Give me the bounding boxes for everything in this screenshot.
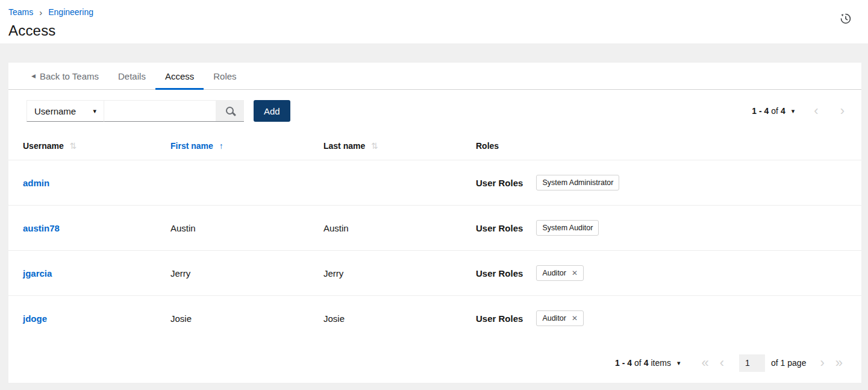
page-count-label: of 1 page — [771, 358, 806, 368]
roles-cell: User Roles System Auditor — [476, 220, 861, 236]
column-label: Last name — [323, 141, 365, 151]
first-name-cell: Jerry — [170, 268, 323, 278]
roles-cell: User Roles Auditor ✕ — [476, 310, 861, 326]
column-label: First name — [170, 141, 213, 151]
bottom-pagination-items: items — [651, 358, 670, 368]
role-chip-label: Auditor — [542, 269, 566, 277]
last-name-cell: Josie — [323, 313, 476, 324]
table-row: admin User Roles System Administrator — [8, 160, 861, 205]
first-page-button[interactable]: « — [696, 356, 714, 370]
role-chip: Auditor ✕ — [536, 310, 584, 326]
search-input[interactable] — [104, 100, 216, 122]
bottom-pagination-total: 4 — [644, 358, 649, 368]
username-link[interactable]: admin — [23, 178, 170, 188]
top-pagination-range: 1 - 4 — [752, 106, 769, 116]
role-chip-label: Auditor — [542, 314, 566, 322]
last-name-cell: Jerry — [323, 268, 476, 278]
page-header: Teams › Engineering Access — [0, 0, 868, 43]
page-title: Access — [8, 22, 854, 39]
top-pagination-of: of — [771, 106, 778, 116]
table-row: jgarcia Jerry Jerry User Roles Auditor ✕ — [8, 250, 861, 295]
column-header-last-name[interactable]: Last name ⇅ — [323, 141, 476, 151]
search-button[interactable] — [216, 100, 244, 122]
table-header: Username ⇅ First name ↑ Last name ⇅ Role… — [8, 131, 861, 160]
last-page-button[interactable]: » — [830, 356, 848, 370]
bottom-pagination-range: 1 - 4 — [615, 358, 632, 368]
column-label: Username — [23, 141, 64, 151]
history-icon[interactable] — [840, 13, 852, 27]
user-roles-label: User Roles — [476, 313, 523, 324]
next-page-button[interactable]: › — [814, 356, 829, 370]
tab-details[interactable]: Details — [108, 63, 155, 89]
table-row: jdoge Josie Josie User Roles Auditor ✕ — [8, 295, 861, 341]
content-card: ◀ Back to Teams Details Access Roles Use… — [8, 63, 861, 383]
username-link[interactable]: austin78 — [23, 223, 170, 233]
top-pagination-total: 4 — [781, 106, 785, 116]
top-pagination-summary[interactable]: 1 - 4 of 4 ▾ — [752, 106, 795, 116]
search-icon — [226, 107, 234, 115]
column-header-username[interactable]: Username ⇅ — [23, 141, 170, 151]
next-page-button[interactable]: › — [837, 104, 848, 118]
tab-back-label: Back to Teams — [40, 71, 99, 81]
chevron-down-icon: ▾ — [792, 107, 795, 115]
tab-back-to-teams[interactable]: ◀ Back to Teams — [22, 63, 108, 89]
tab-access[interactable]: Access — [155, 63, 204, 89]
top-pagination: 1 - 4 of 4 ▾ ‹ › — [752, 104, 848, 118]
user-roles-label: User Roles — [476, 223, 523, 233]
sort-asc-icon[interactable]: ↑ — [219, 141, 223, 151]
role-chip: Auditor ✕ — [536, 265, 584, 281]
role-chip: System Auditor — [536, 220, 599, 236]
tab-roles-label: Roles — [213, 71, 236, 81]
toolbar: Username ▾ Add 1 - 4 of 4 ▾ ‹ › — [8, 90, 861, 131]
current-page-input[interactable] — [739, 354, 765, 372]
chevron-right-icon: › — [39, 8, 42, 17]
sort-icon[interactable]: ⇅ — [70, 141, 77, 151]
chevron-down-icon: ▾ — [677, 359, 681, 367]
column-label: Roles — [476, 141, 499, 151]
bottom-pagination-nav: « ‹ of 1 page › » — [696, 354, 848, 372]
roles-cell: User Roles Auditor ✕ — [476, 265, 861, 281]
role-chip-label: System Administrator — [542, 178, 613, 187]
chip-remove-icon[interactable]: ✕ — [572, 269, 578, 277]
prev-page-button[interactable]: ‹ — [810, 104, 822, 118]
filter-key-value: Username — [34, 106, 76, 116]
prev-page-button[interactable]: ‹ — [714, 356, 729, 370]
username-link[interactable]: jdoge — [23, 313, 170, 324]
chip-remove-icon[interactable]: ✕ — [572, 315, 578, 322]
column-header-first-name[interactable]: First name ↑ — [170, 141, 323, 151]
chevron-down-icon: ▾ — [93, 107, 96, 115]
user-roles-label: User Roles — [476, 178, 523, 188]
column-header-roles: Roles — [476, 141, 861, 151]
breadcrumb-teams[interactable]: Teams — [8, 7, 33, 17]
breadcrumb-engineering[interactable]: Engineering — [48, 7, 93, 17]
tab-details-label: Details — [118, 71, 146, 81]
role-chip: System Administrator — [536, 175, 619, 190]
roles-cell: User Roles System Administrator — [476, 175, 861, 190]
username-link[interactable]: jgarcia — [23, 268, 170, 278]
bottom-pagination: 1 - 4 of 4 items ▾ « ‹ of 1 page › » — [8, 343, 861, 383]
breadcrumb: Teams › Engineering — [8, 6, 854, 17]
user-roles-label: User Roles — [476, 268, 523, 278]
table-row: austin78 Austin Austin User Roles System… — [8, 205, 861, 250]
first-name-cell: Austin — [170, 223, 323, 233]
bottom-pagination-of: of — [634, 358, 642, 368]
tab-roles[interactable]: Roles — [204, 63, 246, 89]
tab-access-label: Access — [165, 71, 194, 81]
bottom-pagination-summary[interactable]: 1 - 4 of 4 items ▾ — [615, 358, 680, 368]
tab-bar: ◀ Back to Teams Details Access Roles — [8, 63, 861, 90]
last-name-cell: Austin — [323, 223, 476, 233]
role-chip-label: System Auditor — [542, 224, 593, 232]
first-name-cell: Josie — [170, 313, 323, 324]
caret-left-icon: ◀ — [31, 73, 36, 79]
add-button[interactable]: Add — [254, 100, 290, 122]
filter-key-dropdown[interactable]: Username ▾ — [27, 100, 104, 122]
sort-icon[interactable]: ⇅ — [371, 141, 378, 151]
